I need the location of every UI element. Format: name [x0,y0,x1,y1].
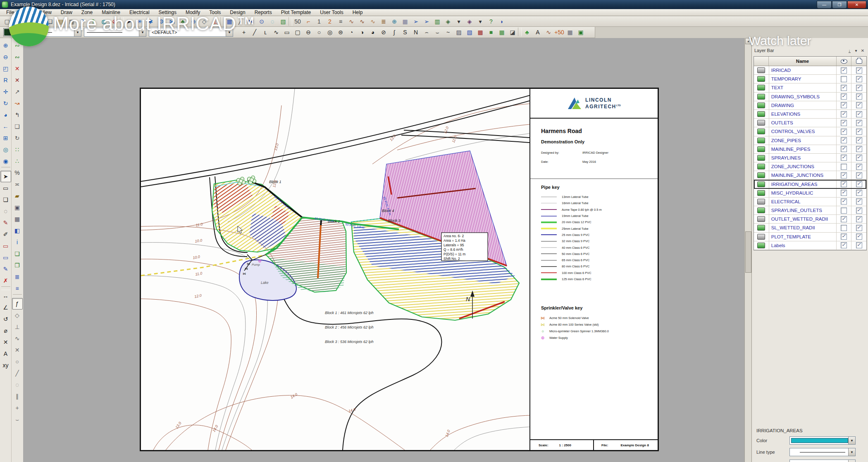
layer-print-checkbox[interactable] [856,85,862,91]
fill-green-icon[interactable]: ■ [486,27,496,38]
nurbs-tool-icon[interactable]: N [410,27,421,38]
drawing-canvas[interactable]: ⋈ ⋈ ⋈ ⊛ N Area no. 6- 2 Area = 1.4 Ha La [23,38,744,462]
layer-visible-checkbox[interactable] [841,190,847,196]
shield-green-icon[interactable]: ◈ [443,16,453,26]
layer-print-checkbox[interactable] [856,172,862,179]
layer-visible-checkbox[interactable] [841,102,847,108]
layer-row[interactable]: OUTLET_WETTED_RADII [754,215,866,224]
node-parallel-icon[interactable]: ∥ [12,391,23,402]
delete-multi-icon[interactable]: ✕ [12,74,23,86]
node-cross-icon[interactable]: ✕ [12,344,23,356]
template-icon[interactable]: ▣ [575,27,586,38]
circle-3pt-tool-icon[interactable]: ◎ [324,27,335,38]
circle-2pt-tool-icon[interactable]: ○ [314,27,324,38]
image-frame-icon[interactable]: ▦ [565,27,575,38]
layer-print-checkbox[interactable] [856,198,862,205]
layer-visible-checkbox[interactable] [841,67,847,74]
pipe-size-icon[interactable]: 50 [292,16,303,26]
rounded-rect-tool-icon[interactable]: ▢ [292,27,303,38]
group-icon[interactable]: ❏ [12,248,23,260]
rotate-tool-icon[interactable]: ↺ [0,313,11,325]
zoom-rotate-icon[interactable]: ↻ [0,98,11,109]
layer-row[interactable]: SPRAYLINE_OUTLETS [754,206,866,215]
spot-height-icon[interactable]: +50 [554,27,565,38]
elbow-icon[interactable]: ↰ [12,109,23,121]
dropdown-arrow-icon[interactable]: ▾ [475,16,486,26]
contour-draw-icon[interactable]: ∿ [346,16,357,26]
node-plus-icon[interactable]: + [12,402,23,414]
layer-visible-checkbox[interactable] [841,207,847,214]
layer-visible-checkbox[interactable] [841,137,847,143]
layer-print-checkbox[interactable] [856,190,862,196]
vertex-drag-icon[interactable]: ↗ [12,86,23,98]
layer-print-checkbox[interactable] [856,137,862,143]
line-width-dropdown[interactable]: 1 ▼ [789,460,856,462]
grid-rows-icon[interactable]: ≣ [12,271,23,283]
polyline-tool-icon[interactable]: ʟ [260,27,271,38]
vertex-move-icon[interactable]: ✐ [0,229,11,240]
layer-row[interactable]: MAINLINE_JUNCTIONS [754,171,866,180]
color-dropdown[interactable]: ▼ [789,436,856,445]
canvas-scrollbar[interactable]: ▲ [744,38,752,462]
watch-later-button[interactable]: Watch later [749,34,811,48]
delete-object-icon[interactable]: ✕ [12,63,23,74]
close-panel-icon[interactable]: ✕ [859,48,866,53]
fence-icon[interactable]: ≣ [378,16,389,26]
fitting-icon[interactable]: ⌐ [303,16,314,26]
shield-purple-icon[interactable]: ◈ [464,16,475,26]
window-red-icon[interactable]: ▭ [0,240,11,252]
layer-visible-checkbox[interactable] [841,242,847,248]
zoom-all-icon[interactable]: ⊞ [0,132,11,144]
maximize-button[interactable]: ❐ [832,1,847,9]
layer-row[interactable]: MISC_HYDRAULIC [754,189,866,198]
redraw-icon[interactable]: R [0,74,11,86]
layer-row[interactable]: DRAWING_SYMBOLS [754,93,866,101]
hatch-red-icon[interactable]: ▩ [475,27,486,38]
angle-icon[interactable]: ∠ [0,302,11,313]
grid-cols-icon[interactable]: ≡ [12,283,23,294]
view-icon[interactable]: ◉ [0,155,11,167]
layer-visible-checkbox[interactable] [841,111,847,117]
node-perp-icon[interactable]: ⊥ [12,321,23,333]
contour-tool-icon[interactable]: ∿ [543,27,554,38]
layer-visible-checkbox[interactable] [841,76,847,82]
zoom-window-icon[interactable]: ◰ [0,63,11,74]
layer-print-checkbox[interactable] [856,155,862,161]
arc-a-tool-icon[interactable]: ⌢ [421,27,432,38]
node-curve-icon[interactable]: ∿ [12,333,23,344]
window-blue-icon[interactable]: ▭ [0,252,11,263]
connect-icon[interactable]: ≍ [12,179,23,190]
node-arc-icon[interactable]: ⌣ [12,414,23,425]
percent-icon[interactable]: % [12,167,23,179]
layer-visible-checkbox[interactable] [841,129,847,135]
print-column-header[interactable] [851,57,866,66]
layer-print-checkbox[interactable] [856,76,862,82]
diameter-icon[interactable]: ⌀ [0,325,11,336]
menu-item[interactable]: Help [348,10,367,15]
node-slash-icon[interactable]: ╱ [12,367,23,379]
layer-row[interactable]: MAINLINE_PIPES [754,145,866,154]
duplicate-icon[interactable]: ❏ [12,121,23,132]
rectangle-tool-icon[interactable]: ▭ [281,27,292,38]
arc-2pt-tool-icon[interactable]: ◑ [357,27,367,38]
fill-pattern-icon[interactable]: ▦ [496,27,507,38]
select-multi-icon[interactable]: ❏ [0,194,11,205]
wetted-radius-icon[interactable]: ◌ [267,16,278,26]
info-icon[interactable]: i [12,236,23,248]
globe-grid-icon[interactable]: ⊕ [389,16,400,26]
pan-icon[interactable]: ✛ [0,86,11,98]
swap-icon[interactable]: ◧ [12,225,23,236]
layer-print-checkbox[interactable] [856,207,862,214]
layer-print-checkbox[interactable] [856,242,862,248]
layer-row[interactable]: IRRICAD [754,66,866,75]
layer-visible-checkbox[interactable] [841,198,847,205]
line-type-dropdown[interactable]: ▼ [789,448,856,456]
dropdown-arrow-icon[interactable]: ▾ [453,16,464,26]
freehand-tool-icon[interactable]: ~ [443,27,453,38]
layer-row[interactable]: ZONE_PIPES [754,136,866,145]
path-edit-icon[interactable]: ∾ [12,51,23,63]
layer-visible-checkbox[interactable] [841,164,847,170]
vertex-edit-icon[interactable]: ✎ [0,217,11,229]
dart-2-icon[interactable]: ➢ [421,16,432,26]
layer-visible-checkbox[interactable] [841,85,847,91]
